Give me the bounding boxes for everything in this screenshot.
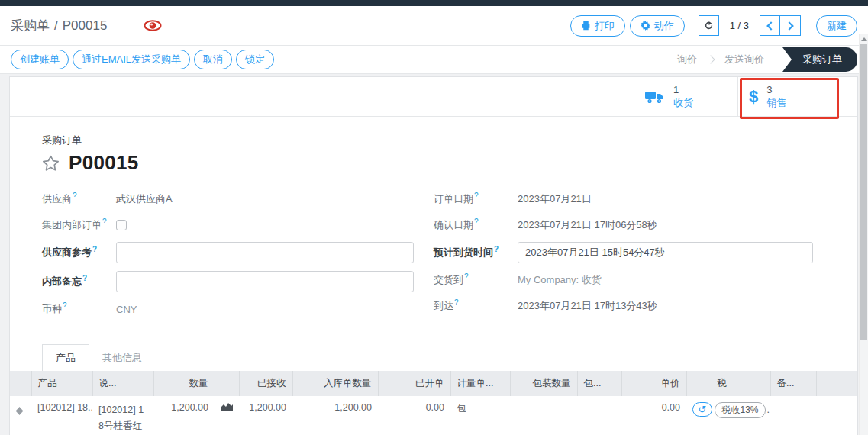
cell-filler	[816, 396, 857, 435]
receipt-smart-button[interactable]: 1 收货	[634, 77, 737, 116]
pager: 1 / 3	[730, 20, 749, 31]
field-order-date: 订单日期? 2023年07月21日	[434, 190, 813, 208]
eye-icon[interactable]	[144, 19, 162, 32]
cell-quantity[interactable]: 1,200.00	[153, 396, 215, 435]
breadcrumb-parent[interactable]: 采购单	[11, 17, 50, 34]
tax-trailing-dot: .	[767, 404, 770, 415]
internal-notes-input[interactable]	[116, 271, 414, 292]
refresh-button[interactable]	[699, 15, 719, 36]
action-button-label: 动作	[654, 19, 674, 33]
col-quantity[interactable]: 数量	[153, 371, 215, 396]
col-notes[interactable]: 备...	[770, 371, 816, 396]
cell-notes[interactable]	[770, 396, 816, 435]
confirm-date-label: 确认日期?	[434, 218, 518, 232]
printer-icon	[581, 21, 591, 31]
col-package-qty[interactable]: 包装数量	[510, 371, 577, 396]
breadcrumb: 采购单 / P00015	[11, 17, 107, 34]
breadcrumb-separator: /	[54, 18, 58, 34]
col-billed[interactable]: 已开单	[378, 371, 450, 396]
undo-icon[interactable]: ↺	[692, 402, 712, 417]
vendor-reference-label: 供应商参考?	[42, 245, 116, 259]
cell-package-qty[interactable]	[510, 396, 577, 435]
cell-tax[interactable]: ↺ 税收13%.	[686, 396, 770, 435]
gear-icon	[641, 21, 650, 31]
supplier-value[interactable]: 武汉供应商A	[116, 192, 173, 206]
intercompany-checkbox[interactable]	[116, 220, 127, 230]
col-unit-price[interactable]: 单价	[621, 371, 686, 396]
scrollbar-up-arrow-icon[interactable]	[861, 37, 867, 41]
help-icon: ?	[92, 245, 97, 253]
cell-billed[interactable]: 0.00	[378, 396, 450, 435]
field-arrival: 到达? 2023年07月21日 17时13分43秒	[434, 297, 813, 315]
deliver-to-label: 交货到?	[434, 272, 518, 287]
deliver-to-value[interactable]: My Company: 收货	[518, 273, 602, 287]
cell-uom[interactable]: 包	[450, 396, 510, 435]
cell-package[interactable]	[577, 396, 621, 435]
truck-icon	[645, 90, 665, 104]
favorite-star-icon[interactable]	[42, 155, 60, 172]
field-expected-arrival: 预计到货时间?	[434, 242, 813, 263]
drag-handle-icon	[16, 404, 23, 415]
help-icon: ?	[474, 218, 479, 226]
table-header-row: 产品 说... 数量 已接收 入库单数量 已开单 计量单... 包装数量 包..…	[10, 371, 857, 396]
previous-record-button[interactable]	[760, 15, 780, 36]
main-content: 1 收货 $ 3 销售 采购订单	[0, 75, 868, 435]
status-step-rfq[interactable]: 询价	[666, 53, 708, 66]
cell-received[interactable]: 1,200.00	[239, 396, 292, 435]
cell-product[interactable]: [102012] 18...	[31, 396, 92, 435]
supplier-label: 供应商?	[42, 192, 116, 206]
currency-label: 币种?	[42, 301, 116, 316]
refresh-icon	[703, 20, 715, 31]
currency-value[interactable]: CNY	[116, 304, 137, 315]
cancel-button[interactable]: 取消	[194, 50, 232, 69]
control-panel-right: 打印 动作 1 / 3 新建	[570, 15, 857, 37]
confirm-date-value: 2023年07月21日 17时06分58秒	[518, 218, 657, 232]
field-internal-notes: 内部备忘?	[42, 271, 422, 292]
tax-tag[interactable]: 税收13%	[715, 402, 765, 418]
scrollbar-thumb[interactable]	[860, 44, 867, 340]
status-step-rfq-sent[interactable]: 发送询价	[714, 53, 775, 66]
expected-arrival-input[interactable]	[518, 242, 813, 263]
help-icon: ?	[464, 272, 469, 281]
next-record-button[interactable]	[780, 15, 801, 36]
print-button[interactable]: 打印	[570, 15, 625, 37]
cell-description[interactable]: [102012] 18号桂香红	[92, 396, 153, 435]
help-icon: ?	[63, 301, 67, 310]
cell-stock-qty[interactable]: 1,200.00	[292, 396, 378, 435]
row-drag-handle[interactable]	[10, 396, 31, 435]
forecast-chart-icon	[221, 402, 233, 411]
intercompany-label: 集团内部订单?	[42, 218, 116, 232]
field-intercompany: 集团内部订单?	[42, 216, 422, 234]
help-icon: ?	[102, 218, 107, 226]
col-received[interactable]: 已接收	[239, 371, 292, 396]
action-button[interactable]: 动作	[630, 15, 685, 37]
table-row[interactable]: [102012] 18... [102012] 18号桂香红 1,200.00 …	[10, 396, 857, 435]
field-column-right: 订单日期? 2023年07月21日 确认日期? 2023年07月21日 17时0…	[434, 190, 813, 326]
vendor-reference-input[interactable]	[116, 242, 414, 263]
doc-type-label: 采购订单	[42, 134, 813, 147]
tab-products[interactable]: 产品	[42, 344, 89, 371]
new-button[interactable]: 新建	[816, 15, 857, 37]
expected-arrival-label: 预计到货时间?	[434, 245, 518, 259]
cell-unit-price[interactable]: 0.00	[621, 396, 686, 435]
lock-button[interactable]: 锁定	[236, 50, 274, 69]
vertical-scrollbar[interactable]	[859, 34, 868, 435]
page-title: P00015	[69, 151, 138, 175]
create-bill-button[interactable]: 创建账单	[11, 50, 69, 69]
status-step-purchase-order-active[interactable]: 采购订单	[782, 47, 857, 72]
print-button-label: 打印	[595, 19, 615, 33]
help-icon: ?	[454, 298, 459, 307]
col-stock-qty[interactable]: 入库单数量	[292, 371, 378, 396]
col-uom[interactable]: 计量单...	[450, 371, 510, 396]
col-package[interactable]: 包...	[577, 371, 621, 396]
order-date-label: 订单日期?	[434, 192, 518, 206]
col-description[interactable]: 说...	[92, 371, 153, 396]
tab-other-info[interactable]: 其他信息	[89, 345, 155, 371]
col-product[interactable]: 产品	[31, 371, 92, 396]
cell-forecast[interactable]	[215, 396, 239, 435]
col-tax[interactable]: 税	[686, 371, 770, 396]
send-by-email-button[interactable]: 通过EMAIL发送采购单	[73, 50, 190, 69]
form-card: 1 收货 $ 3 销售 采购订单	[9, 76, 858, 435]
field-deliver-to: 交货到? My Company: 收货	[434, 271, 813, 289]
sales-smart-button[interactable]: $ 3 销售	[737, 77, 857, 116]
